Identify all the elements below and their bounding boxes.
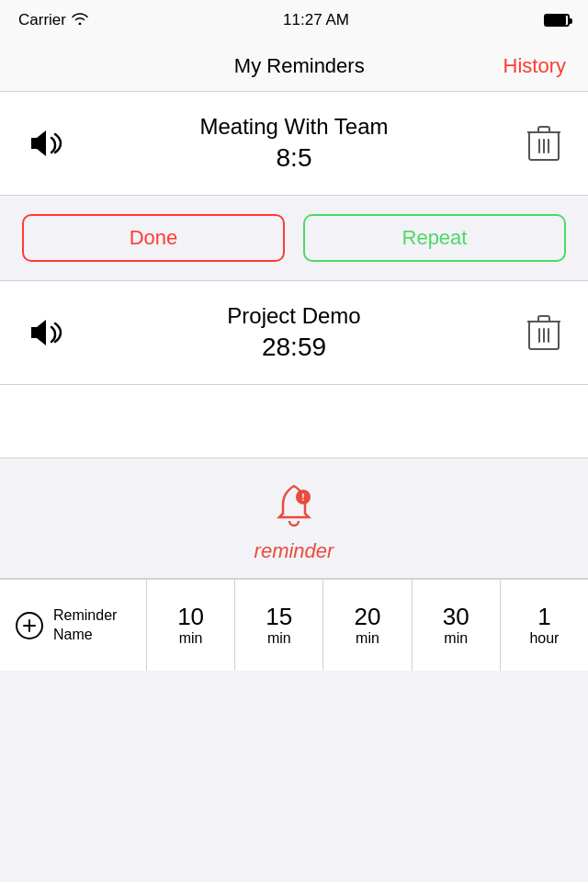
time-unit-0: min xyxy=(179,629,203,647)
current-time: 11:27 AM xyxy=(283,11,349,29)
time-option-2[interactable]: 20 min xyxy=(323,580,412,671)
time-value-1: 15 xyxy=(266,604,292,630)
add-label-line1: Reminder xyxy=(53,606,117,626)
reminder-time-1: 8:5 xyxy=(70,143,518,173)
carrier-info: Carrier xyxy=(18,11,88,29)
reminder-title-2: Project Demo xyxy=(70,303,518,329)
logo-area: ! reminder xyxy=(0,458,588,579)
status-bar: Carrier 11:27 AM xyxy=(0,0,588,40)
add-icon xyxy=(15,611,44,640)
wifi-icon xyxy=(72,11,88,29)
add-label-line2: Name xyxy=(53,626,117,645)
reminder-info-1: Meating With Team 8:5 xyxy=(70,114,518,173)
time-option-1[interactable]: 15 min xyxy=(235,580,323,671)
repeat-button[interactable]: Repeat xyxy=(303,214,566,262)
time-value-0: 10 xyxy=(177,604,204,630)
bell-icon: ! xyxy=(268,481,320,532)
add-label: Reminder Name xyxy=(53,606,117,645)
time-value-3: 30 xyxy=(443,604,469,630)
time-options: 10 min 15 min 20 min 30 min 1 hour xyxy=(147,580,588,671)
reminder-title-1: Meating With Team xyxy=(70,114,518,140)
logo-text: reminder xyxy=(254,539,334,563)
delete-button-1[interactable] xyxy=(518,123,570,164)
sound-icon-2[interactable] xyxy=(18,312,70,353)
reminder-item-1: Meating With Team 8:5 xyxy=(0,92,588,196)
time-value-2: 20 xyxy=(355,604,381,630)
reminder-info-2: Project Demo 28:59 xyxy=(70,303,518,362)
time-unit-4: hour xyxy=(529,629,559,647)
bottom-toolbar: Reminder Name 10 min 15 min 20 min 30 mi… xyxy=(0,579,588,671)
reminder-item-2: Project Demo 28:59 xyxy=(0,281,588,385)
battery-icon xyxy=(544,14,570,27)
empty-space xyxy=(0,385,588,458)
time-unit-3: min xyxy=(444,629,468,647)
svg-text:!: ! xyxy=(301,492,304,503)
reminder-time-2: 28:59 xyxy=(70,333,518,362)
time-option-4[interactable]: 1 hour xyxy=(501,580,588,671)
action-row: Done Repeat xyxy=(0,196,588,281)
time-unit-2: min xyxy=(356,629,379,647)
nav-bar: My Reminders History xyxy=(0,40,588,92)
time-option-3[interactable]: 30 min xyxy=(413,580,501,671)
done-button[interactable]: Done xyxy=(22,214,285,262)
time-unit-1: min xyxy=(267,629,291,647)
sound-icon-1[interactable] xyxy=(18,123,70,164)
time-option-0[interactable]: 10 min xyxy=(147,580,235,671)
add-reminder-button[interactable]: Reminder Name xyxy=(0,580,147,671)
time-value-4: 1 xyxy=(537,604,550,630)
carrier-label: Carrier xyxy=(18,11,66,29)
page-title: My Reminders xyxy=(96,54,503,78)
history-button[interactable]: History xyxy=(503,54,566,78)
delete-button-2[interactable] xyxy=(518,312,570,353)
